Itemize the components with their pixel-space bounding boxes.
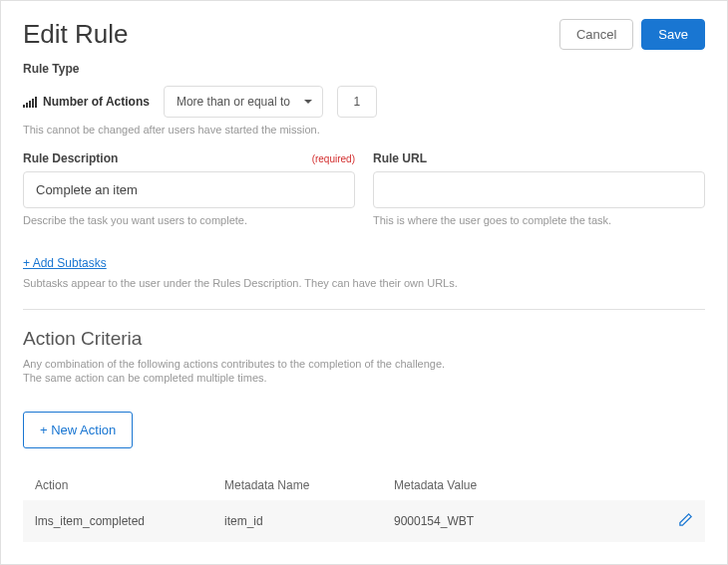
col-action: Action	[35, 478, 224, 492]
operator-value: More than or equal to	[177, 95, 290, 109]
url-col: Rule URL This is where the user goes to …	[373, 151, 705, 242]
subtasks-help: Subtasks appear to the user under the Ru…	[23, 277, 705, 289]
cell-meta-name: item_id	[224, 514, 394, 528]
edit-rule-panel: Edit Rule Cancel Save Rule Type Number o…	[0, 0, 728, 565]
cell-meta-value: 9000154_WBT	[394, 514, 663, 528]
page-title: Edit Rule	[23, 19, 129, 50]
url-label: Rule URL	[373, 151, 427, 165]
col-meta-value: Metadata Value	[394, 478, 663, 492]
description-col: Rule Description (required) Describe the…	[23, 151, 355, 242]
rule-type-name-text: Number of Actions	[43, 95, 150, 109]
action-criteria-title: Action Criteria	[23, 328, 705, 350]
description-input[interactable]	[23, 171, 355, 208]
description-label: Rule Description	[23, 151, 118, 165]
url-input[interactable]	[373, 171, 705, 208]
threshold-input[interactable]	[337, 86, 377, 118]
section-divider	[23, 309, 705, 310]
cancel-button[interactable]: Cancel	[559, 19, 633, 50]
required-indicator: (required)	[312, 153, 355, 164]
rule-type-row: Number of Actions More than or equal to	[23, 86, 705, 118]
rule-type-name: Number of Actions	[23, 95, 150, 109]
add-subtasks-link[interactable]: + Add Subtasks	[23, 256, 107, 270]
new-action-button[interactable]: + New Action	[23, 412, 133, 448]
header: Edit Rule Cancel Save	[23, 19, 705, 50]
url-help: This is where the user goes to complete …	[373, 214, 705, 226]
edit-icon[interactable]	[678, 516, 693, 530]
save-button[interactable]: Save	[641, 19, 705, 50]
operator-select[interactable]: More than or equal to	[164, 86, 323, 118]
col-meta-name: Metadata Name	[224, 478, 394, 492]
description-help: Describe the task you want users to comp…	[23, 214, 355, 226]
cell-action: lms_item_completed	[35, 514, 224, 528]
bars-ascending-icon	[23, 97, 37, 111]
rule-type-help: This cannot be changed after users have …	[23, 124, 705, 136]
description-url-row: Rule Description (required) Describe the…	[23, 151, 705, 242]
actions-table: Action Metadata Name Metadata Value lms_…	[23, 470, 705, 542]
table-header-row: Action Metadata Name Metadata Value	[23, 470, 705, 500]
table-row: lms_item_completed item_id 9000154_WBT	[23, 500, 705, 542]
criteria-help-2: The same action can be completed multipl…	[23, 372, 705, 384]
rule-type-label: Rule Type	[23, 62, 705, 76]
header-buttons: Cancel Save	[559, 19, 705, 50]
criteria-help-1: Any combination of the following actions…	[23, 358, 705, 370]
